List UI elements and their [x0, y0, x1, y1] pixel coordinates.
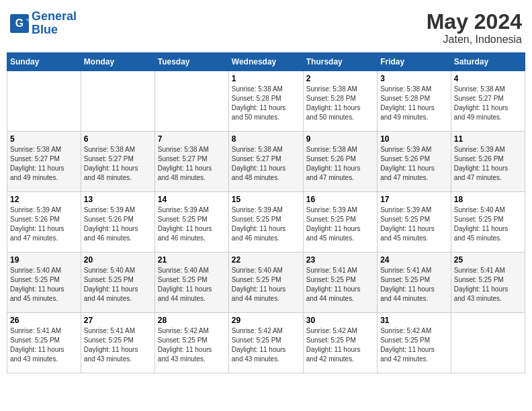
day-info: Sunrise: 5:42 AM Sunset: 5:25 PM Dayligh…: [158, 326, 226, 364]
calendar-cell: 19Sunrise: 5:40 AM Sunset: 5:25 PM Dayli…: [7, 253, 81, 313]
calendar-cell: 26Sunrise: 5:41 AM Sunset: 5:25 PM Dayli…: [7, 313, 81, 373]
day-info: Sunrise: 5:40 AM Sunset: 5:25 PM Dayligh…: [232, 266, 300, 304]
day-info: Sunrise: 5:38 AM Sunset: 5:27 PM Dayligh…: [454, 85, 522, 122]
day-info: Sunrise: 5:39 AM Sunset: 5:25 PM Dayligh…: [232, 205, 300, 243]
day-number: 1: [232, 74, 300, 83]
day-number: 25: [454, 255, 522, 265]
day-number: 3: [380, 74, 448, 83]
header-sunday: Sunday: [7, 53, 81, 71]
day-info: Sunrise: 5:41 AM Sunset: 5:25 PM Dayligh…: [454, 266, 522, 304]
logo-general: General: [32, 9, 77, 23]
day-number: 4: [454, 74, 522, 83]
month-year-title: May 2024: [427, 10, 522, 34]
day-info: Sunrise: 5:40 AM Sunset: 5:25 PM Dayligh…: [454, 205, 522, 243]
calendar-cell: 5Sunrise: 5:38 AM Sunset: 5:27 PM Daylig…: [7, 132, 81, 192]
day-number: 12: [10, 195, 78, 204]
calendar-cell: 31Sunrise: 5:42 AM Sunset: 5:25 PM Dayli…: [378, 313, 451, 373]
day-number: 27: [84, 316, 152, 325]
calendar-cell: 10Sunrise: 5:39 AM Sunset: 5:26 PM Dayli…: [378, 132, 451, 192]
logo-blue: Blue: [32, 23, 58, 36]
day-info: Sunrise: 5:41 AM Sunset: 5:25 PM Dayligh…: [84, 326, 152, 364]
calendar-week-row: 19Sunrise: 5:40 AM Sunset: 5:25 PM Dayli…: [7, 253, 525, 313]
calendar-cell: [451, 313, 525, 373]
day-number: 10: [380, 134, 448, 144]
day-info: Sunrise: 5:39 AM Sunset: 5:26 PM Dayligh…: [380, 145, 448, 183]
day-number: 19: [10, 255, 78, 265]
header-monday: Monday: [81, 53, 154, 71]
day-info: Sunrise: 5:40 AM Sunset: 5:25 PM Dayligh…: [84, 266, 152, 304]
day-number: 11: [454, 134, 522, 144]
day-number: 28: [158, 316, 226, 325]
calendar-week-row: 12Sunrise: 5:39 AM Sunset: 5:26 PM Dayli…: [7, 192, 525, 253]
calendar-cell: 13Sunrise: 5:39 AM Sunset: 5:26 PM Dayli…: [81, 192, 154, 253]
day-info: Sunrise: 5:38 AM Sunset: 5:27 PM Dayligh…: [84, 145, 152, 183]
day-info: Sunrise: 5:41 AM Sunset: 5:25 PM Dayligh…: [306, 266, 374, 304]
calendar-cell: 8Sunrise: 5:38 AM Sunset: 5:27 PM Daylig…: [228, 132, 303, 192]
calendar-cell: 22Sunrise: 5:40 AM Sunset: 5:25 PM Dayli…: [228, 253, 303, 313]
calendar-cell: [81, 71, 154, 132]
day-info: Sunrise: 5:38 AM Sunset: 5:27 PM Dayligh…: [232, 145, 300, 183]
page-header: G General Blue May 2024 Jaten, Indonesia: [7, 7, 525, 46]
day-info: Sunrise: 5:39 AM Sunset: 5:25 PM Dayligh…: [306, 205, 374, 243]
day-info: Sunrise: 5:38 AM Sunset: 5:28 PM Dayligh…: [380, 85, 448, 122]
title-block: May 2024 Jaten, Indonesia: [427, 10, 522, 46]
day-info: Sunrise: 5:39 AM Sunset: 5:26 PM Dayligh…: [84, 205, 152, 243]
logo: G General Blue: [10, 10, 77, 37]
calendar-cell: 7Sunrise: 5:38 AM Sunset: 5:27 PM Daylig…: [154, 132, 228, 192]
calendar-cell: 1Sunrise: 5:38 AM Sunset: 5:28 PM Daylig…: [228, 71, 303, 132]
calendar-week-row: 5Sunrise: 5:38 AM Sunset: 5:27 PM Daylig…: [7, 132, 525, 192]
day-number: 14: [158, 195, 226, 204]
day-number: 22: [232, 255, 300, 265]
calendar-table: SundayMondayTuesdayWednesdayThursdayFrid…: [7, 52, 525, 373]
calendar-cell: 23Sunrise: 5:41 AM Sunset: 5:25 PM Dayli…: [303, 253, 377, 313]
calendar-cell: 27Sunrise: 5:41 AM Sunset: 5:25 PM Dayli…: [81, 313, 154, 373]
header-wednesday: Wednesday: [228, 53, 303, 71]
day-info: Sunrise: 5:39 AM Sunset: 5:25 PM Dayligh…: [380, 205, 448, 243]
day-number: 13: [84, 195, 152, 204]
calendar-week-row: 1Sunrise: 5:38 AM Sunset: 5:28 PM Daylig…: [7, 71, 525, 132]
calendar-cell: 18Sunrise: 5:40 AM Sunset: 5:25 PM Dayli…: [451, 192, 525, 253]
day-info: Sunrise: 5:40 AM Sunset: 5:25 PM Dayligh…: [158, 266, 226, 304]
location-title: Jaten, Indonesia: [427, 34, 522, 46]
day-info: Sunrise: 5:38 AM Sunset: 5:27 PM Dayligh…: [158, 145, 226, 183]
day-number: 29: [232, 316, 300, 325]
calendar-cell: 9Sunrise: 5:38 AM Sunset: 5:26 PM Daylig…: [303, 132, 377, 192]
day-info: Sunrise: 5:39 AM Sunset: 5:26 PM Dayligh…: [454, 145, 522, 183]
day-number: 8: [232, 134, 300, 144]
calendar-cell: 30Sunrise: 5:42 AM Sunset: 5:25 PM Dayli…: [303, 313, 377, 373]
calendar-cell: 11Sunrise: 5:39 AM Sunset: 5:26 PM Dayli…: [451, 132, 525, 192]
day-number: 17: [380, 195, 448, 204]
day-number: 26: [10, 316, 78, 325]
calendar-cell: 3Sunrise: 5:38 AM Sunset: 5:28 PM Daylig…: [378, 71, 451, 132]
day-info: Sunrise: 5:38 AM Sunset: 5:28 PM Dayligh…: [232, 85, 300, 122]
calendar-cell: 14Sunrise: 5:39 AM Sunset: 5:25 PM Dayli…: [154, 192, 228, 253]
svg-text:G: G: [15, 17, 24, 29]
day-number: 2: [306, 74, 374, 83]
day-info: Sunrise: 5:38 AM Sunset: 5:28 PM Dayligh…: [306, 85, 374, 122]
day-number: 7: [158, 134, 226, 144]
logo-icon: G: [10, 14, 29, 33]
header-tuesday: Tuesday: [154, 53, 228, 71]
calendar-cell: 24Sunrise: 5:41 AM Sunset: 5:25 PM Dayli…: [378, 253, 451, 313]
logo-text: General Blue: [32, 10, 77, 37]
calendar-cell: 20Sunrise: 5:40 AM Sunset: 5:25 PM Dayli…: [81, 253, 154, 313]
header-friday: Friday: [378, 53, 451, 71]
day-number: 15: [232, 195, 300, 204]
day-number: 31: [380, 316, 448, 325]
day-number: 24: [380, 255, 448, 265]
calendar-cell: [154, 71, 228, 132]
calendar-cell: 25Sunrise: 5:41 AM Sunset: 5:25 PM Dayli…: [451, 253, 525, 313]
day-info: Sunrise: 5:41 AM Sunset: 5:25 PM Dayligh…: [10, 326, 78, 364]
day-number: 21: [158, 255, 226, 265]
day-info: Sunrise: 5:42 AM Sunset: 5:25 PM Dayligh…: [380, 326, 448, 364]
day-info: Sunrise: 5:39 AM Sunset: 5:25 PM Dayligh…: [158, 205, 226, 243]
calendar-cell: 29Sunrise: 5:42 AM Sunset: 5:25 PM Dayli…: [228, 313, 303, 373]
calendar-header-row: SundayMondayTuesdayWednesdayThursdayFrid…: [7, 53, 525, 71]
day-number: 30: [306, 316, 374, 325]
day-number: 9: [306, 134, 374, 144]
day-info: Sunrise: 5:38 AM Sunset: 5:26 PM Dayligh…: [306, 145, 374, 183]
header-thursday: Thursday: [303, 53, 377, 71]
header-saturday: Saturday: [451, 53, 525, 71]
calendar-cell: 6Sunrise: 5:38 AM Sunset: 5:27 PM Daylig…: [81, 132, 154, 192]
day-number: 18: [454, 195, 522, 204]
